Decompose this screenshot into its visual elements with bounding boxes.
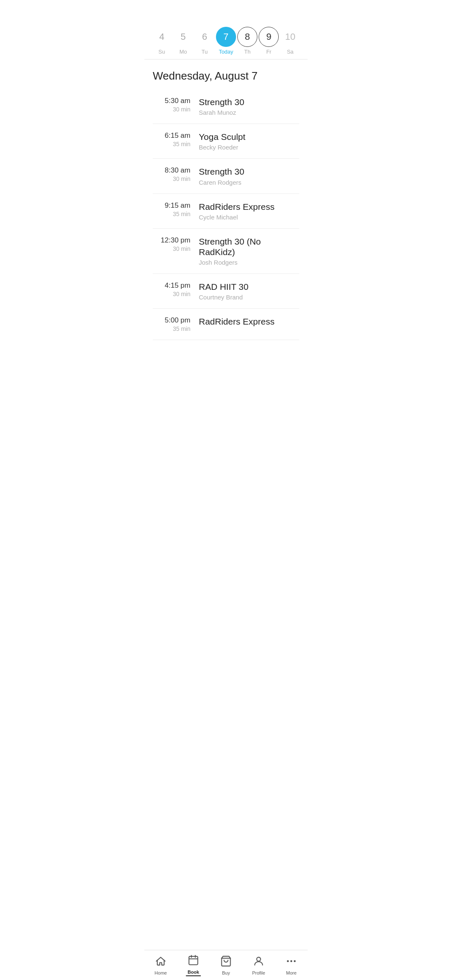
class-item[interactable]: 9:15 am35 minRadRiders ExpressCycle Mich… [153,194,299,229]
day-label-9: Fr [266,49,271,55]
class-duration: 30 min [153,175,190,182]
calendar-day-4[interactable]: 4Su [152,27,172,55]
day-number-5: 5 [173,27,193,47]
days-row: 4Su5Mo6Tu7Today8Th9Fr10Sa [151,27,301,55]
calendar-day-5[interactable]: 5Mo [173,27,193,55]
calendar-day-7[interactable]: 7Today [216,27,236,55]
class-duration: 35 min [153,141,190,147]
class-info: Strength 30Caren Rodgers [199,166,299,186]
class-duration: 35 min [153,211,190,217]
class-instructor: Josh Rodgers [199,259,299,266]
class-name: Strength 30 [199,97,299,107]
calendar-strip: 4Su5Mo6Tu7Today8Th9Fr10Sa [144,18,308,59]
date-heading: Wednesday, August 7 [144,59,308,89]
class-time-main: 9:15 am [153,201,190,210]
day-number-4: 4 [152,27,172,47]
class-info: Yoga SculptBecky Roeder [199,132,299,151]
day-number-9: 9 [259,27,279,47]
class-time-block: 9:15 am35 min [153,201,199,217]
class-duration: 30 min [153,291,190,297]
calendar-day-8[interactable]: 8Th [237,27,257,55]
class-item[interactable]: 4:15 pm30 minRAD HIIT 30Courtney Brand [153,274,299,309]
class-time-block: 8:30 am30 min [153,166,199,182]
class-name: Strength 30 (No RadKidz) [199,236,299,257]
class-time-block: 6:15 am35 min [153,132,199,147]
class-item[interactable]: 5:00 pm35 minRadRiders Express [153,309,299,340]
class-name: RadRiders Express [199,316,299,327]
class-name: RAD HIIT 30 [199,281,299,292]
class-duration: 35 min [153,325,190,332]
day-label-7: Today [219,49,234,55]
class-info: Strength 30 (No RadKidz)Josh Rodgers [199,236,299,266]
class-time-main: 5:30 am [153,97,190,105]
class-item[interactable]: 6:15 am35 minYoga SculptBecky Roeder [153,124,299,159]
class-time-main: 6:15 am [153,132,190,140]
class-duration: 30 min [153,245,190,252]
calendar-day-10[interactable]: 10Sa [280,27,300,55]
class-name: Yoga Sculpt [199,132,299,142]
class-instructor: Becky Roeder [199,144,299,151]
day-label-8: Th [244,49,251,55]
class-instructor: Caren Rodgers [199,179,299,186]
class-item[interactable]: 8:30 am30 minStrength 30Caren Rodgers [153,159,299,193]
class-list: 5:30 am30 minStrength 30Sarah Munoz6:15 … [144,89,308,374]
class-time-main: 12:30 pm [153,236,190,245]
calendar-day-6[interactable]: 6Tu [195,27,215,55]
class-time-block: 5:30 am30 min [153,97,199,113]
day-number-7: 7 [216,27,236,47]
day-label-4: Su [159,49,165,55]
class-name: RadRiders Express [199,201,299,212]
class-instructor: Cycle Michael [199,214,299,221]
class-duration: 30 min [153,106,190,113]
day-number-6: 6 [195,27,215,47]
class-instructor: Sarah Munoz [199,109,299,116]
day-label-6: Tu [201,49,208,55]
class-time-main: 4:15 pm [153,281,190,290]
class-info: Strength 30Sarah Munoz [199,97,299,116]
class-time-main: 5:00 pm [153,316,190,325]
class-time-block: 5:00 pm35 min [153,316,199,332]
class-time-main: 8:30 am [153,166,190,175]
class-item[interactable]: 12:30 pm30 minStrength 30 (No RadKidz)Jo… [153,229,299,274]
day-number-8: 8 [237,27,257,47]
class-instructor: Courtney Brand [199,294,299,301]
day-number-10: 10 [280,27,300,47]
class-time-block: 12:30 pm30 min [153,236,199,252]
class-info: RadRiders ExpressCycle Michael [199,201,299,221]
calendar-day-9[interactable]: 9Fr [259,27,279,55]
day-label-10: Sa [287,49,293,55]
class-info: RadRiders Express [199,316,299,328]
class-name: Strength 30 [199,166,299,177]
class-info: RAD HIIT 30Courtney Brand [199,281,299,301]
class-time-block: 4:15 pm30 min [153,281,199,297]
status-bar [144,0,308,18]
day-label-5: Mo [180,49,187,55]
class-item[interactable]: 5:30 am30 minStrength 30Sarah Munoz [153,89,299,124]
